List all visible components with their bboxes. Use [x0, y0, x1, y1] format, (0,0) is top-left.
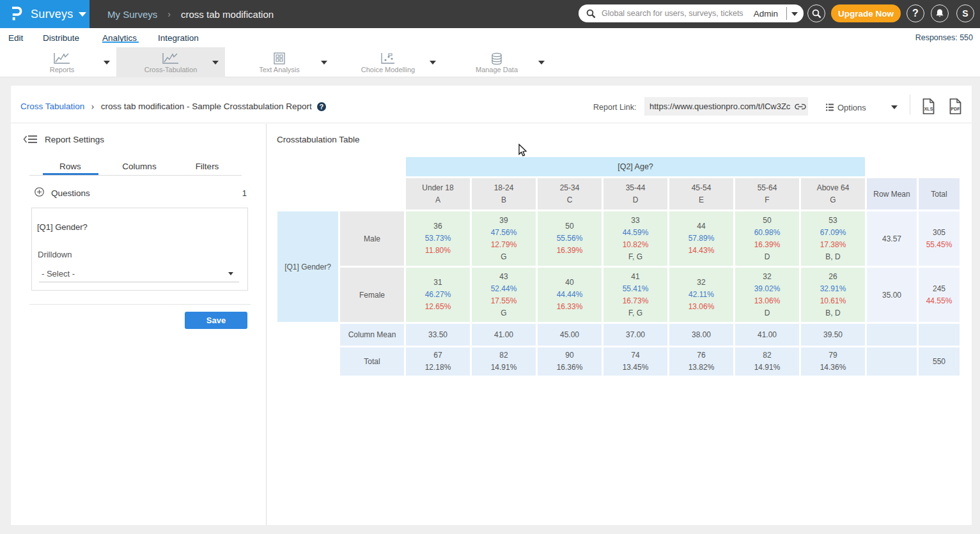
svg-text:XLS: XLS [924, 107, 933, 111]
svg-text:PDF: PDF [951, 107, 961, 111]
